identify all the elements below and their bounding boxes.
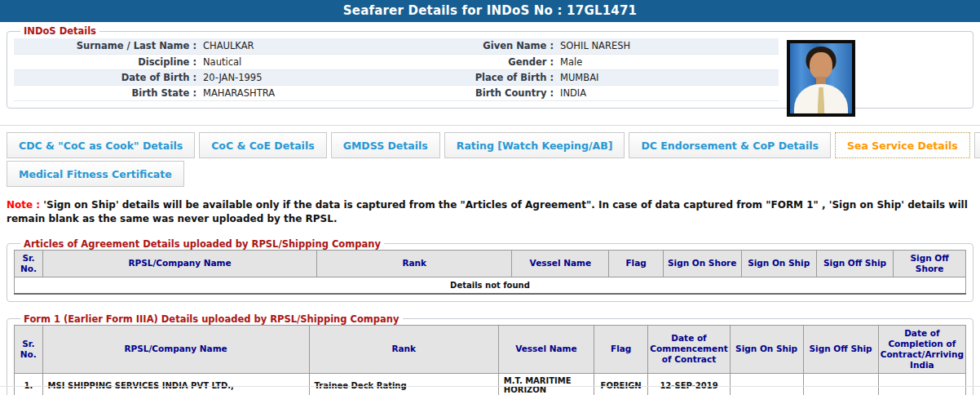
tab-training-details[interactable]: Training Details (974, 132, 980, 158)
surname-label: Surname / Last Name : (14, 38, 203, 54)
photo-face-shape (810, 52, 832, 79)
cell-rank: Trainee Deck Rating (309, 374, 498, 395)
seafarer-photo (787, 40, 855, 117)
cell-flag: FOREIGN (594, 374, 647, 395)
cell-sign-on-ship (730, 374, 803, 395)
col-sign-on-ship: Sign On Ship (730, 325, 803, 374)
col-rank: Rank (309, 325, 498, 374)
cell-company: MSI SHIPPING SERVICES INDIA PVT LTD., (42, 374, 309, 395)
birth-country-label: Birth Country : (464, 85, 560, 100)
tab-medical-fitness-certificate[interactable]: Medical Fitness Certificate (7, 161, 184, 187)
col-vessel: Vessel Name (512, 250, 609, 277)
col-sr-no: Sr. No. (15, 250, 43, 277)
table-row: Details not found (15, 277, 966, 294)
form1-panel: Form 1 (Earlier Form IIIA) Details uploa… (7, 313, 973, 395)
col-commencement-date: Date of Commencement of Contract (648, 325, 730, 374)
birth-state-value: MAHARASHTRA (203, 85, 464, 100)
date-of-birth-label: Date of Birth : (14, 69, 203, 85)
col-sign-off-ship: Sign Off Ship (816, 250, 894, 277)
col-sign-on-shore: Sign On Shore (663, 250, 741, 277)
given-name-value: SOHIL NARESH (560, 38, 779, 54)
articles-of-agreement-table: Sr. No. RPSL/Company Name Rank Vessel Na… (14, 250, 966, 295)
details-not-found-message: Details not found (15, 277, 966, 294)
col-rank: Rank (317, 250, 512, 277)
gender-label: Gender : (464, 54, 560, 69)
detail-row: Birth State : MAHARASHTRA Birth Country … (14, 85, 779, 100)
discipline-value: Nautical (203, 54, 464, 69)
col-sign-off-ship: Sign Off Ship (803, 325, 878, 374)
discipline-label: Discipline : (14, 54, 203, 69)
tab-coc-coe[interactable]: CoC & CoE Details (199, 132, 326, 158)
articles-of-agreement-panel: Articles of Agreement Details uploaded b… (7, 238, 973, 302)
note-prefix: Note : (7, 199, 40, 211)
tab-cdc-coc-as-cook[interactable]: CDC & "CoC as Cook" Details (7, 132, 195, 158)
detail-row: Surname / Last Name : CHAULKAR Given Nam… (14, 38, 779, 54)
col-sr-no: Sr. No. (15, 325, 43, 374)
birth-country-value: INDIA (560, 85, 779, 100)
cell-vessel: M.T. MARITIME HORIZON (498, 374, 594, 395)
birth-state-label: Birth State : (14, 85, 203, 100)
cell-sr-no: 1. (15, 374, 43, 395)
tab-dc-endorsement-cop[interactable]: DC Endorsement & CoP Details (629, 132, 831, 158)
indos-details-panel: INDoS Details Surname / Last Name : CHAU… (7, 25, 973, 109)
tab-sea-service-details[interactable]: Sea Service Details (835, 132, 970, 158)
col-flag: Flag (609, 250, 664, 277)
cell-sign-off-ship (803, 374, 878, 395)
tab-rating-watch-keeping[interactable]: Rating [Watch Keeping/AB] (444, 132, 625, 158)
articles-of-agreement-legend: Articles of Agreement Details uploaded b… (20, 238, 384, 250)
col-sign-on-ship: Sign On Ship (741, 250, 816, 277)
form1-legend: Form 1 (Earlier Form IIIA) Details uploa… (20, 313, 403, 325)
col-company: RPSL/Company Name (43, 250, 317, 277)
gender-value: Male (560, 54, 779, 69)
table-header-row: Sr. No. RPSL/Company Name Rank Vessel Na… (15, 250, 966, 277)
given-name-label: Given Name : (464, 38, 560, 54)
bottom-divider (0, 386, 980, 387)
col-vessel: Vessel Name (498, 325, 594, 374)
seafarer-photo-image (790, 43, 852, 113)
cell-completion-date (878, 374, 965, 395)
tab-row-1: CDC & "CoC as Cook" Details CoC & CoE De… (0, 132, 980, 158)
col-flag: Flag (594, 325, 647, 374)
detail-row: Discipline : Nautical Gender : Male (14, 54, 779, 69)
tab-row-2: Medical Fitness Certificate (0, 161, 980, 187)
tab-gmdss[interactable]: GMDSS Details (331, 132, 440, 158)
surname-value: CHAULKAR (203, 38, 464, 54)
indos-details-table: Surname / Last Name : CHAULKAR Given Nam… (14, 38, 779, 101)
place-of-birth-value: MUMBAI (560, 69, 779, 85)
place-of-birth-label: Place of Birth : (464, 69, 560, 85)
table-row: 1. MSI SHIPPING SERVICES INDIA PVT LTD.,… (15, 374, 966, 395)
note-body: 'Sign on Ship' details will be available… (7, 199, 968, 224)
cell-commencement-date: 12-SEP-2019 (648, 374, 730, 395)
page-title: Seafarer Details for INDoS No : 17GL1471 (0, 0, 980, 22)
tab-section: CDC & "CoC as Cook" Details CoC & CoE De… (0, 125, 980, 187)
col-company: RPSL/Company Name (42, 325, 309, 374)
detail-row: Date of Birth : 20-JAN-1995 Place of Bir… (14, 69, 779, 85)
indos-details-legend: INDoS Details (20, 25, 99, 37)
note-text: Note : 'Sign on Ship' details will be av… (7, 198, 972, 227)
date-of-birth-value: 20-JAN-1995 (203, 69, 464, 85)
form1-table: Sr. No. RPSL/Company Name Rank Vessel Na… (14, 325, 966, 395)
col-completion-date: Date of Completion of Contract/Arriving … (878, 325, 965, 374)
col-sign-off-shore: Sign Off Shore (894, 250, 966, 277)
table-header-row: Sr. No. RPSL/Company Name Rank Vessel Na… (15, 325, 966, 374)
